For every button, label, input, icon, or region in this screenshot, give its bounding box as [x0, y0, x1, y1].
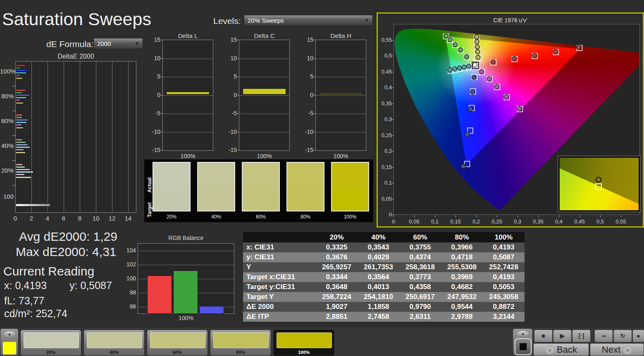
axis-tick	[237, 76, 239, 77]
gridline	[163, 59, 213, 59]
table-col-header: 20%	[316, 232, 358, 242]
pattern-swatch-button-80%[interactable]: 80%	[210, 330, 271, 356]
axis-tick	[391, 88, 394, 88]
axis-tick	[391, 151, 394, 152]
levels-dropdown[interactable]: 20% Sweeps▼	[244, 15, 373, 26]
chart-title: DeltaE 2000	[15, 53, 136, 60]
play-button[interactable]: ▶	[553, 330, 572, 342]
axis-label: 0,35	[528, 218, 549, 225]
axis-label: 0,3	[507, 218, 528, 225]
pattern-swatch	[24, 332, 79, 348]
bar	[147, 275, 172, 314]
pattern-swatch-button-40%[interactable]: 40%	[83, 330, 145, 356]
axis-label: 0	[378, 211, 392, 218]
up-arrow-icon[interactable]: ▲	[518, 331, 528, 337]
axis-label: 0	[298, 92, 313, 98]
circle-button[interactable]: ●	[632, 330, 644, 342]
axis-label: 96	[124, 303, 136, 310]
axis-label: 0,45	[378, 69, 392, 75]
reading-x: x: 0,4193	[4, 280, 47, 292]
cie-diagram-panel: CIE 1976 u'v'00,050,10,150,20,250,30,350…	[377, 12, 644, 228]
bar	[166, 92, 210, 95]
bar	[16, 64, 26, 66]
axis-label: 0,45	[569, 218, 590, 225]
axis-label: 102	[124, 261, 136, 268]
table-cell: 2,7458	[358, 312, 399, 322]
swatch-label: 100%	[331, 214, 369, 220]
pattern-swatch	[277, 332, 332, 348]
pattern-swatch	[150, 332, 205, 348]
page-title: Saturation Sweeps	[2, 9, 151, 29]
table-cell: 245,3058	[483, 292, 525, 302]
bar	[16, 124, 22, 126]
window-pattern-button[interactable]	[515, 338, 532, 355]
pattern-swatch-button-100%[interactable]: 100%	[273, 330, 334, 356]
axis-label: 4	[41, 215, 54, 222]
square-icon	[520, 343, 527, 350]
axis-tick	[161, 76, 162, 77]
axis-label: 0,05	[404, 218, 425, 225]
axis-label: 100%	[315, 153, 366, 159]
current-color-swatch[interactable]	[2, 342, 17, 355]
axis-label: 5	[222, 73, 237, 80]
axis-tick	[538, 215, 539, 217]
refresh-button[interactable]: ↻	[613, 330, 632, 342]
table-cell: 2,9788	[441, 312, 483, 322]
bar	[16, 69, 28, 71]
table-cell: 258,3618	[399, 262, 441, 272]
axis-label: -15	[145, 147, 160, 153]
axis-label: 6	[57, 215, 70, 222]
up-arrow-icon[interactable]: ▲	[4, 331, 15, 337]
bar	[16, 74, 20, 76]
refresh-icon: ↻	[620, 332, 625, 339]
next-button[interactable]: Next »	[590, 343, 644, 356]
axis-tick	[161, 150, 162, 150]
plot-area	[239, 40, 290, 151]
inset-measured-circle	[596, 177, 601, 183]
axis-label: 0,5	[590, 218, 611, 225]
pattern-swatch-label: 40%	[84, 350, 144, 355]
axis-tick	[314, 76, 315, 77]
axis-label: -15	[298, 147, 313, 153]
plot-area	[138, 243, 234, 314]
gridline	[31, 62, 32, 212]
axis-tick	[559, 215, 559, 217]
axis-label: 15	[145, 36, 160, 43]
axis-label: 10	[145, 55, 160, 62]
de-formula-value: 2000	[97, 40, 111, 47]
bottom-bar: ▲20%40%60%80%100%▲■▶[·]∞↻●« BackNext »	[0, 328, 644, 356]
table-cell: 3,2144	[483, 312, 525, 322]
axis-label: 100	[124, 275, 136, 282]
plot-area	[162, 40, 213, 151]
play-icon: ▶	[560, 332, 565, 339]
gridline	[239, 95, 289, 96]
axis-tick	[414, 215, 415, 217]
pattern-swatch-button-60%[interactable]: 60%	[147, 330, 208, 356]
infinity-button[interactable]: ∞	[594, 330, 613, 342]
stop-button[interactable]: ■	[534, 330, 553, 342]
gridline	[163, 95, 213, 96]
back-button[interactable]: « Back	[533, 343, 589, 356]
reading-cdm2: cd/m²: 252,74	[4, 308, 67, 320]
axis-tick	[12, 135, 15, 136]
gridline	[138, 265, 234, 265]
chevron-down-icon: ▼	[135, 38, 139, 49]
bar	[16, 67, 21, 69]
chevron-down-icon: ▼	[365, 15, 369, 26]
axis-label: 98	[124, 289, 136, 296]
plot-area	[15, 61, 136, 213]
bar	[16, 116, 22, 119]
bar	[173, 271, 198, 314]
levels-value: 20% Sweeps	[248, 17, 284, 24]
bar	[16, 97, 26, 99]
axis-tick	[161, 113, 162, 114]
table-row-label: Y	[243, 262, 316, 272]
mark-button[interactable]: [·]	[572, 330, 591, 342]
axis-label: 80%	[0, 93, 14, 100]
pattern-swatch-button-20%[interactable]: 20%	[20, 330, 81, 356]
axis-tick	[314, 132, 315, 132]
chart-title: Delta L	[162, 32, 213, 39]
de-formula-dropdown[interactable]: 2000▼	[93, 38, 143, 49]
deltae2000-chart: DeltaE 2000100%80%60%40%20%1000246810121…	[0, 53, 141, 222]
swatch-label: 60%	[242, 214, 280, 220]
